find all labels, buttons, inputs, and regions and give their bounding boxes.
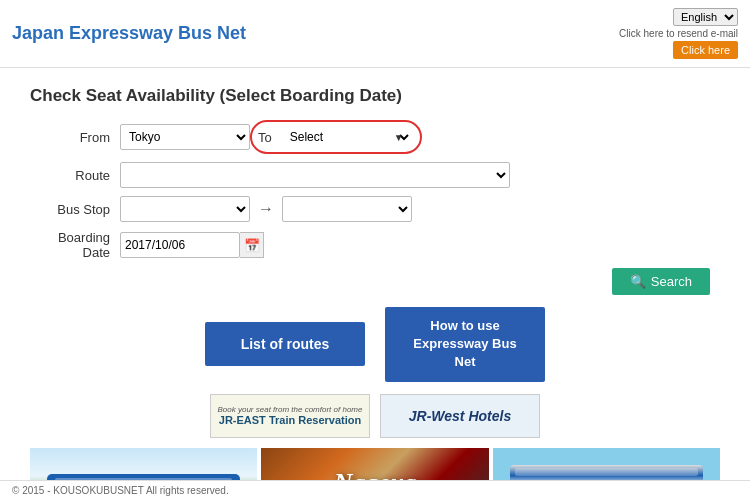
arrow-between-icon: →	[258, 200, 274, 218]
site-title: Japan Expressway Bus Net	[12, 23, 246, 44]
language-select[interactable]: English	[673, 8, 738, 26]
header-right: English Click here to resend e-mail Clic…	[619, 8, 738, 59]
busstop-to-select[interactable]	[282, 196, 412, 222]
list-routes-button[interactable]: List of routes	[205, 322, 365, 366]
route-label: Route	[30, 168, 120, 183]
header: Japan Expressway Bus Net English Click h…	[0, 0, 750, 68]
buttons-row: List of routes How to use Expressway Bus…	[30, 307, 720, 382]
search-label: Search	[651, 274, 692, 289]
boarding-date-label: Boarding Date	[30, 230, 120, 260]
to-oval: To Select ▼	[250, 120, 422, 154]
main-content: Check Seat Availability (Select Boarding…	[0, 68, 750, 500]
busstop-row: Bus Stop →	[30, 196, 720, 222]
to-label: To	[258, 130, 272, 145]
boarding-date-row: Boarding Date 📅	[30, 230, 720, 260]
busstop-label: Bus Stop	[30, 202, 120, 217]
jreast-main-text: JR-EAST Train Reservation	[219, 414, 361, 426]
from-to-row: From Tokyo To Select ▼	[30, 120, 720, 154]
search-button[interactable]: 🔍 Search	[612, 268, 710, 295]
footer-text: © 2015 - KOUSOKUBUSNET All rights reserv…	[12, 485, 229, 496]
to-select[interactable]: Select	[282, 124, 412, 150]
resend-text: Click here to resend e-mail	[619, 28, 738, 39]
boarding-date-input[interactable]	[120, 232, 240, 258]
to-select-wrapper: Select ▼	[282, 124, 412, 150]
click-here-button[interactable]: Click here	[673, 41, 738, 59]
from-select[interactable]: Tokyo	[120, 124, 250, 150]
route-select[interactable]	[120, 162, 510, 188]
jrwest-banner[interactable]: JR-West Hotels	[380, 394, 540, 438]
search-row: 🔍 Search	[30, 268, 720, 295]
how-to-line1: How to use	[430, 318, 499, 333]
jrwest-text: JR-West Hotels	[409, 408, 511, 424]
busstop-from-select[interactable]	[120, 196, 250, 222]
section-title: Check Seat Availability (Select Boarding…	[30, 86, 720, 106]
how-to-line2: Expressway Bus Net	[413, 336, 516, 369]
how-to-use-button[interactable]: How to use Expressway Bus Net	[385, 307, 545, 382]
calendar-icon[interactable]: 📅	[240, 232, 264, 258]
footer: © 2015 - KOUSOKUBUSNET All rights reserv…	[0, 480, 750, 500]
jreast-top-text: Book your seat from the comfort of home	[218, 405, 363, 414]
search-icon: 🔍	[630, 274, 646, 289]
route-row: Route	[30, 162, 720, 188]
jreast-banner[interactable]: Book your seat from the comfort of home …	[210, 394, 370, 438]
from-label: From	[30, 130, 120, 145]
banner-row: Book your seat from the comfort of home …	[30, 394, 720, 438]
